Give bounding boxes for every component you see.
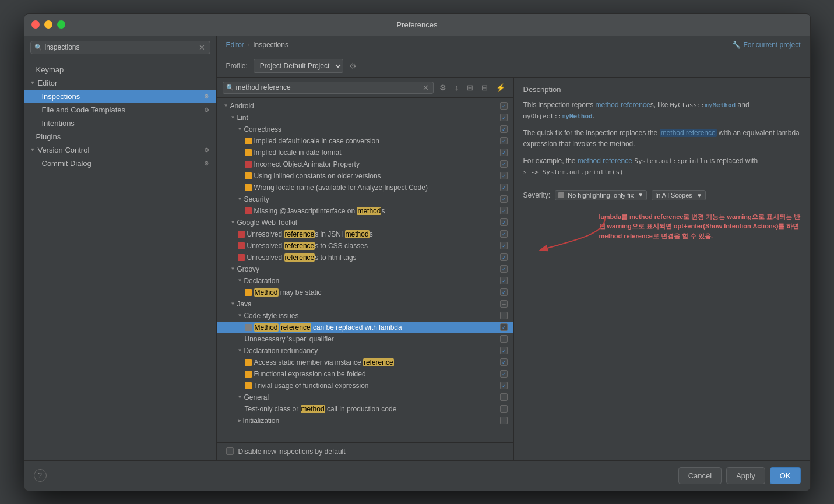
tree-item-method-static[interactable]: Method may be static: [217, 287, 513, 298]
checkbox-test-only[interactable]: [500, 405, 508, 413]
check-wrong-locale[interactable]: [499, 183, 509, 192]
checkbox-unnecessary-super[interactable]: [500, 335, 508, 343]
check-implied-locale[interactable]: [499, 136, 509, 146]
check-implied-date[interactable]: [499, 148, 509, 157]
check-unresolved-html[interactable]: [499, 253, 509, 262]
checkbox-android[interactable]: [500, 102, 508, 110]
tree-item-security[interactable]: ▼ Security: [217, 193, 513, 205]
project-label[interactable]: For current project: [743, 41, 800, 49]
checkbox-security[interactable]: [500, 195, 508, 203]
inspection-search-wrap[interactable]: 🔍 ✕: [223, 82, 434, 94]
check-groovy[interactable]: [499, 265, 509, 274]
check-method-static[interactable]: [499, 288, 509, 297]
tree-item-test-only[interactable]: Test-only class or method call in produc…: [217, 403, 513, 415]
tree-item-lint[interactable]: ▼ Lint: [217, 112, 513, 124]
tree-item-unresolved-html[interactable]: Unresolved references to html tags: [217, 252, 513, 263]
check-initialization[interactable]: [499, 416, 509, 425]
profile-select[interactable]: Project Default Project: [254, 59, 343, 73]
profile-gear-button[interactable]: ⚙: [349, 61, 357, 71]
tree-item-unresolved-css[interactable]: Unresolved references to CSS classes: [217, 240, 513, 252]
close-button[interactable]: [31, 20, 40, 29]
tree-item-unresolved-jsni[interactable]: Unresolved references in JSNI methods: [217, 228, 513, 240]
checkbox-unresolved-jsni[interactable]: [500, 230, 508, 238]
check-android[interactable]: [499, 101, 509, 111]
sidebar-group-vcs[interactable]: ▼ Version Control ⚙: [24, 143, 216, 157]
sidebar-search-wrap[interactable]: 🔍 ✕: [30, 41, 210, 54]
checkbox-code-style[interactable]: [500, 312, 508, 319]
check-access-static[interactable]: [499, 358, 509, 367]
check-declaration[interactable]: [499, 276, 509, 286]
check-gwt[interactable]: [499, 218, 509, 227]
checkbox-trivial-functional[interactable]: [500, 382, 508, 389]
checkbox-general[interactable]: [500, 393, 508, 401]
tree-item-method-lambda[interactable]: Method reference can be replaced with la…: [217, 322, 513, 333]
tree-item-general[interactable]: ▼ General: [217, 392, 513, 403]
sort-button[interactable]: ↕: [452, 82, 461, 93]
tree-item-implied-date[interactable]: Implied locale in date format: [217, 147, 513, 158]
checkbox-correctness[interactable]: [500, 125, 508, 133]
inspections-tree[interactable]: ▼ Android ▼ Lint: [217, 98, 513, 442]
check-lint[interactable]: [499, 113, 509, 122]
tree-item-declaration[interactable]: ▼ Declaration: [217, 275, 513, 287]
sidebar-item-commit[interactable]: Commit Dialog ⚙: [24, 157, 216, 170]
check-correctness[interactable]: [499, 125, 509, 134]
checkbox-implied-date[interactable]: [500, 149, 508, 156]
tree-item-access-static[interactable]: Access static member via instance refere…: [217, 357, 513, 368]
tree-item-correctness[interactable]: ▼ Correctness: [217, 124, 513, 135]
check-unresolved-css[interactable]: [499, 241, 509, 251]
checkbox-decl-redundancy[interactable]: [500, 347, 508, 354]
checkbox-initialization[interactable]: [500, 417, 508, 424]
tree-item-trivial-functional[interactable]: Trivial usage of functional expression: [217, 380, 513, 392]
sidebar-group-editor[interactable]: ▼ Editor: [24, 76, 216, 90]
sidebar-search-input[interactable]: [45, 43, 198, 51]
tree-item-wrong-locale[interactable]: Wrong locale name (available for Analyze…: [217, 182, 513, 193]
check-unnecessary-super[interactable]: [499, 334, 509, 344]
tree-item-unnecessary-super[interactable]: Unnecessary 'super' qualifier: [217, 333, 513, 345]
checkbox-gwt[interactable]: [500, 218, 508, 226]
check-security[interactable]: [499, 195, 509, 204]
sidebar-item-intentions[interactable]: Intentions: [24, 117, 216, 130]
tree-item-functional-folded[interactable]: Functional expression can be folded: [217, 368, 513, 380]
sidebar-search-clear[interactable]: ✕: [198, 43, 206, 52]
tree-item-inlined[interactable]: Using inlined constants on older version…: [217, 170, 513, 182]
tree-item-missing-js[interactable]: Missing @JavascriptInterface on methods: [217, 205, 513, 217]
tree-item-decl-redundancy[interactable]: ▼ Declaration redundancy: [217, 345, 513, 357]
checkbox-access-static[interactable]: [500, 358, 508, 366]
check-trivial-functional[interactable]: [499, 381, 509, 390]
inspection-search-input[interactable]: [236, 83, 422, 91]
export-button[interactable]: ⚡: [494, 82, 508, 93]
cancel-button[interactable]: Cancel: [678, 467, 722, 484]
tree-item-java[interactable]: ▼ Java: [217, 298, 513, 310]
check-method-lambda[interactable]: [499, 323, 509, 332]
tree-item-initialization[interactable]: ▶ Initialization: [217, 415, 513, 427]
check-unresolved-jsni[interactable]: [499, 230, 509, 239]
tree-item-groovy[interactable]: ▼ Groovy: [217, 263, 513, 275]
collapse-button[interactable]: ⊟: [479, 82, 490, 93]
checkbox-method-static[interactable]: [500, 288, 508, 296]
check-inlined[interactable]: [499, 171, 509, 181]
checkbox-lint[interactable]: [500, 114, 508, 121]
filter-button[interactable]: ⚙: [437, 82, 449, 93]
check-java[interactable]: [499, 299, 509, 309]
checkbox-functional-folded[interactable]: [500, 370, 508, 378]
help-button[interactable]: ?: [34, 469, 47, 482]
check-functional-folded[interactable]: [499, 369, 509, 379]
apply-button[interactable]: Apply: [726, 467, 765, 484]
checkbox-animator[interactable]: [500, 160, 508, 168]
breadcrumb-editor[interactable]: Editor: [226, 41, 244, 49]
inspection-search-clear[interactable]: ✕: [421, 83, 430, 92]
disable-new-inspections-checkbox[interactable]: [226, 447, 234, 455]
scope-select[interactable]: In All Scopes ▼: [652, 190, 706, 200]
check-missing-js[interactable]: [499, 206, 509, 216]
severity-select[interactable]: No highlighting, only fix ▼: [555, 190, 647, 200]
tree-item-implied-locale[interactable]: Implied default locale in case conversio…: [217, 135, 513, 147]
checkbox-java[interactable]: [500, 300, 508, 308]
checkbox-method-lambda[interactable]: [500, 323, 508, 331]
checkbox-groovy[interactable]: [500, 265, 508, 273]
sidebar-item-inspections[interactable]: Inspections ⚙: [24, 90, 216, 103]
check-decl-redundancy[interactable]: [499, 346, 509, 355]
check-general[interactable]: [499, 393, 509, 402]
checkbox-declaration[interactable]: [500, 277, 508, 284]
checkbox-unresolved-html[interactable]: [500, 253, 508, 261]
checkbox-wrong-locale[interactable]: [500, 184, 508, 191]
